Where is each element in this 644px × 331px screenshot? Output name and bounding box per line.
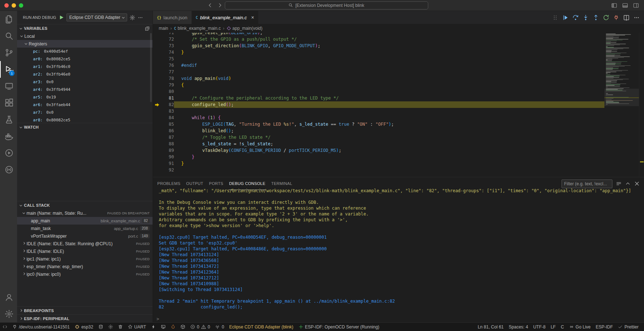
code-line-83[interactable]: 83 [153,108,604,114]
code-line-78[interactable]: 78void app_main(void) [153,75,604,82]
status-serial-port[interactable]: /dev/cu.usbserial-1141501 [10,323,72,331]
activity-item-accounts[interactable] [0,289,17,306]
breakpoint-margin[interactable] [153,167,161,173]
code-line-80[interactable]: 80 [153,88,604,95]
breakpoint-margin[interactable] [153,141,161,147]
status-flash-method[interactable]: UART [125,323,149,331]
step-over-icon[interactable] [572,15,579,21]
toggle-sidebar-icon[interactable] [611,3,617,8]
breakpoint-margin[interactable] [153,69,161,75]
callstack-section-header[interactable]: CALL STACK [17,201,153,209]
split-editor-icon[interactable] [623,15,629,21]
code-line-87[interactable]: 87 /* Toggle the LED state */ [153,134,604,141]
code-line-82[interactable]: 82 configure_led(); [153,101,604,108]
step-into-icon[interactable] [583,15,589,21]
breakpoint-margin[interactable] [153,49,161,56]
activity-item-docker[interactable] [0,128,17,145]
code-line-71[interactable]: 71 gpio_reset_pin(BLINK_GPIO); [153,33,604,36]
status-menuconfig[interactable] [106,323,116,331]
close-tab-icon[interactable]: × [251,15,254,20]
register-row[interactable]: ar4:0x3ffb4944 [17,86,153,93]
breakpoint-margin[interactable] [153,114,161,121]
breadcrumb-symbol[interactable]: app_main(void) [227,26,263,31]
register-row[interactable]: ar7:0x0 [17,109,153,116]
code-area[interactable]: 71 gpio_reset_pin(BLINK_GPIO);72 /* Set … [153,33,604,177]
breadcrumb-file[interactable]: Cblink_example_main.c [174,26,221,31]
register-row[interactable]: ar2:0x3ffb46e0 [17,70,153,78]
status-flash-storage[interactable] [96,323,106,331]
status-indentation[interactable]: Spaces: 4 [506,323,531,331]
breakpoint-margin[interactable] [153,121,161,128]
zoom-window-button[interactable] [19,3,23,8]
register-row[interactable]: pc:0x400d54ef [17,48,153,55]
callstack-thread[interactable]: IDLE (Name: IDLE)PAUSED [17,247,153,255]
status-cursor-position[interactable]: Ln 81, Col 61 [475,323,506,331]
continue-icon[interactable] [562,15,568,21]
code-line-73[interactable]: 73 gpio_set_direction(BLINK_GPIO, GPIO_M… [153,43,604,49]
activity-item-source-control[interactable] [0,44,17,61]
breakpoint-margin[interactable] [153,56,161,62]
callstack-thread[interactable]: esp_timer (Name: esp_timer)PAUSED [17,263,153,270]
console-filter-input[interactable] [562,179,612,188]
breadcrumb-folder[interactable]: main [159,26,168,31]
breakpoints-section-header[interactable]: BREAKPOINTS [17,307,153,315]
activity-item-run-and-debug[interactable]: 1 [0,61,17,78]
breakpoint-margin[interactable] [153,36,161,43]
more-actions-icon[interactable] [633,15,640,21]
toggle-secondary-sidebar-icon[interactable] [633,3,639,8]
restart-icon[interactable] [603,15,609,21]
watch-section-header[interactable]: WATCH [17,123,153,131]
debug-config-dropdown[interactable]: Eclipse CDT GDB Adapter [66,13,127,21]
toggle-panel-icon[interactable] [622,3,628,8]
status-eol[interactable]: LF [548,323,558,331]
callstack-frame[interactable]: main_taskapp_startup.c208 [17,225,153,232]
debug-console[interactable]: _math", "fullname": "/Users/brianignacio… [153,190,644,322]
status-encoding[interactable]: UTF-8 [531,323,548,331]
status-language-mode[interactable]: C [558,323,567,331]
activity-item-extensions[interactable] [0,94,17,111]
code-line-84[interactable]: 84 while (1) { [153,114,604,121]
overview-ruler[interactable] [639,33,644,177]
register-row[interactable]: ar8:0x80082ce5 [17,116,153,123]
start-debugging-icon[interactable] [59,15,64,20]
minimap[interactable] [604,33,639,177]
code-line-91[interactable]: 91} [153,160,604,167]
close-window-button[interactable] [4,3,9,8]
breakpoint-margin[interactable] [153,33,161,36]
callstack-thread[interactable]: ipc1 (Name: ipc1)PAUSED [17,255,153,263]
peripherals-section-header[interactable]: ESP-IDF: PERIPHERAL [17,315,153,323]
status-flash-device[interactable] [149,323,158,331]
variables-section-header[interactable]: VARIABLES [17,24,153,32]
go-forward-icon[interactable] [217,3,223,8]
breakpoint-margin[interactable] [153,62,161,69]
status-openocd-server[interactable]: ESP-IDF: OpenOCD Server (Running) [296,323,382,331]
drag-handle-icon[interactable] [552,15,558,21]
code-line-76[interactable]: 76#endif [153,62,604,69]
minimize-window-button[interactable] [12,3,16,8]
callstack-thread[interactable]: main (Name: main, State: Ru...PAUSED ON … [17,209,153,217]
command-center[interactable]: [Extension Development Host] blink [225,1,428,9]
register-row[interactable]: ar5:0x19 [17,93,153,101]
code-line-81[interactable]: 81 /* Configure the peripheral according… [153,95,604,101]
callstack-thread[interactable]: IDLE (Name: IDLE, State: Running @CPU1)P… [17,240,153,247]
status-build-flash-monitor[interactable] [168,323,178,331]
register-row[interactable]: ar6:0x3ffaeb44 [17,101,153,109]
register-row[interactable]: ar0:0x80082ce5 [17,55,153,63]
activity-item-testing[interactable] [0,111,17,128]
breakpoint-margin[interactable] [153,88,161,95]
go-back-icon[interactable] [207,3,213,8]
code-line-85[interactable]: 85 ESP_LOGI(TAG, "Turning the LED %s!", … [153,121,604,128]
activity-item-explorer[interactable] [0,11,17,28]
code-line-75[interactable]: 75 [153,56,604,62]
more-actions-icon[interactable] [138,15,143,20]
breakpoint-margin[interactable] [153,154,161,160]
collapse-all-icon[interactable] [145,26,150,31]
breakpoint-margin[interactable] [153,160,161,167]
activity-item-settings[interactable] [0,306,17,322]
editor-tab-launch.json[interactable]: {}launch.json [153,11,192,24]
status-esp-idf[interactable]: ESP-IDF [593,323,615,331]
breakpoint-margin[interactable] [153,128,161,134]
code-line-79[interactable]: 79{ [153,82,604,88]
code-line-77[interactable]: 77 [153,69,604,75]
callstack-frame[interactable]: vPortTaskWrapperport.c149 [17,232,153,240]
